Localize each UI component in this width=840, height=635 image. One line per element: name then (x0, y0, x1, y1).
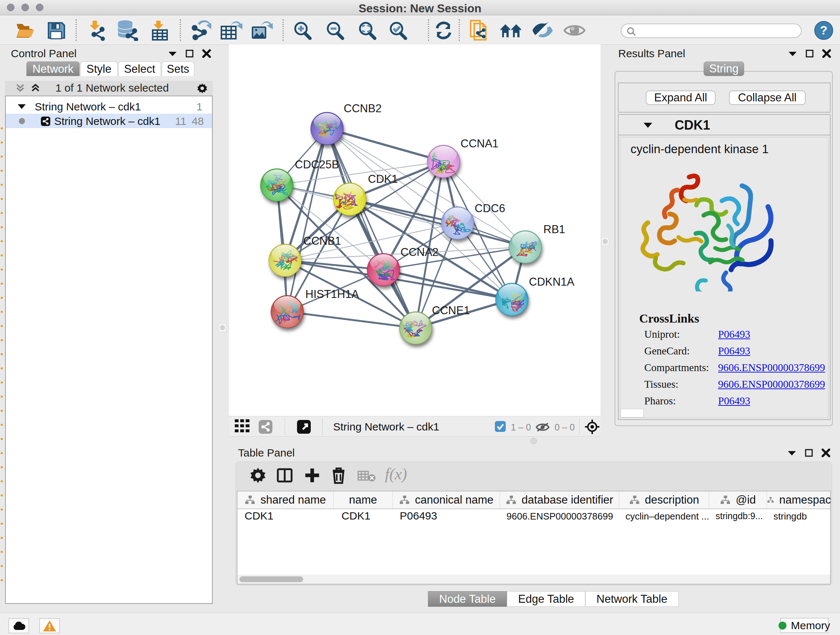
svg-text:CCNE1: CCNE1 (432, 304, 470, 317)
svg-text:CCNA2: CCNA2 (401, 246, 439, 258)
svg-text:CCNB1: CCNB1 (303, 234, 341, 247)
svg-text:CCNB2: CCNB2 (344, 102, 382, 115)
svg-text:CCNA1: CCNA1 (461, 137, 499, 150)
svg-text:CDC6: CDC6 (475, 202, 505, 215)
svg-text:CDK1: CDK1 (368, 173, 398, 185)
svg-text:CDC25B: CDC25B (295, 158, 339, 171)
svg-text:RB1: RB1 (543, 223, 565, 236)
svg-text:?: ? (820, 23, 828, 37)
svg-text:CDKN1A: CDKN1A (529, 276, 575, 288)
svg-text:HIST1H1A: HIST1H1A (305, 288, 359, 301)
